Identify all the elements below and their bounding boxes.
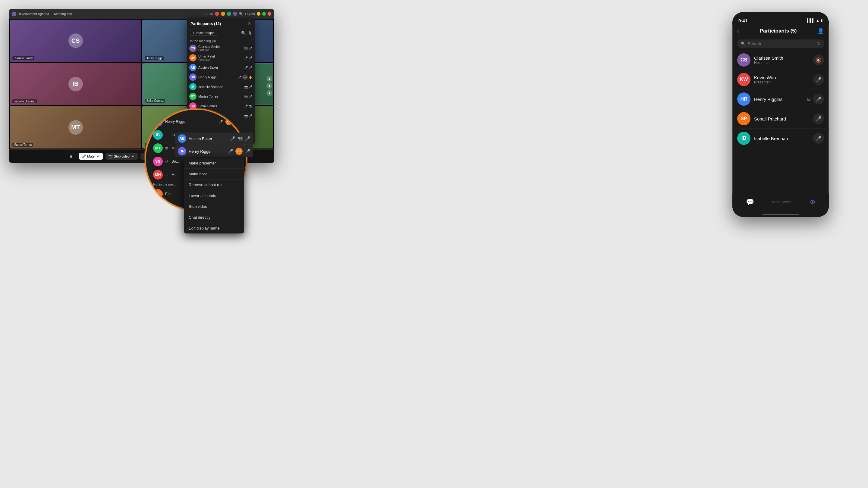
p-video-muted-austen: 🎤 <box>249 66 252 69</box>
zoom-name-henry: Henry Riggs <box>165 120 216 124</box>
label-henry: Henry Riggs <box>145 56 164 60</box>
mobile-name-clarissa: Clarissa Smith <box>754 56 809 61</box>
signal-icon: ▌▌▌ <box>807 19 815 23</box>
mobile-header-title: Participants (5) <box>742 28 814 34</box>
minimize-button[interactable] <box>257 12 260 16</box>
label-isabelle: Isabelle Brennan <box>12 99 37 103</box>
battery-icon: ▮ <box>821 19 823 23</box>
zoom-avatar-sofia: SG <box>153 157 163 166</box>
p-video-muted-umar: 🎤 <box>249 56 252 60</box>
title-bar-controls: 12:40 🔍 Layout <box>205 12 271 16</box>
mobile-mute-control-label: Mute Control <box>772 200 792 204</box>
mobile-info-isabelle: Isabelle Brennan <box>754 136 809 141</box>
p-name-henry: Henry Riggs <box>198 75 236 79</box>
stop-video-button[interactable]: 📷 Stop video ▾ <box>105 153 138 160</box>
mobile-sort-button[interactable]: ⇅ <box>817 41 820 46</box>
p-more-icon-henry[interactable]: ••• <box>242 74 248 80</box>
title-bar: Development Agenda Meeting info 12:40 🔍 … <box>9 9 274 19</box>
mobile-status-icons: ▌▌▌ ▲ ▮ <box>807 19 823 23</box>
ctx-chat-directly[interactable]: Chat directly <box>184 212 244 223</box>
mobile-profile-button[interactable]: 👤 <box>817 28 824 34</box>
mobile-search-input[interactable]: Search <box>748 41 814 46</box>
teams-icon <box>12 12 16 16</box>
ctx-stop-video[interactable]: Stop video <box>184 201 244 212</box>
color-indicator-2 <box>221 12 225 16</box>
ctx-mic-icon-henry: 🎤 <box>228 149 233 154</box>
p-name-umar: Umar Patel <box>198 55 242 58</box>
agenda-tab-label: Development Agenda <box>18 12 49 16</box>
presenter-badge-henry: ⊞ <box>807 97 811 101</box>
ctx-edit-display-name[interactable]: Edit display name <box>184 223 244 233</box>
mobile-status-bar: 9:41 ▌▌▌ ▲ ▮ <box>733 12 829 25</box>
mute-chevron-icon: ▾ <box>96 154 100 158</box>
mobile-mute-clarissa[interactable]: 🔇 <box>813 55 824 65</box>
panel-title: Participants (12) <box>190 22 221 26</box>
meeting-info-label: Meeting info <box>54 12 72 16</box>
participant-row-austen: AB Austen Baker 🎤 🎤 <box>187 63 255 72</box>
participant-row-isabella: IB Isabella Brennan 📷 🎤 <box>187 82 255 92</box>
henry-row: HR Henry Riggs 🎤 ••• 🎤 <box>175 145 253 157</box>
zoom-avatar-marise: MT <box>153 143 163 153</box>
meeting-time: 12:40 <box>205 12 213 16</box>
close-button[interactable] <box>268 12 271 16</box>
mobile-avatar-isabelle: IB <box>737 132 750 145</box>
ctx-more-dots-henry[interactable]: ••• <box>236 148 243 155</box>
p-name-marise: Marise Torres <box>198 95 242 98</box>
video-chevron-icon: ▾ <box>131 154 135 158</box>
color-indicator-3 <box>227 12 231 16</box>
participant-row-marise: MT Marise Torres 📷 🎤 <box>187 92 255 101</box>
mobile-avatar-sonali: SP <box>737 112 750 125</box>
p-role-umar: Presenter <box>198 58 242 61</box>
label-clarissa: Clarissa Smith <box>12 56 34 60</box>
title-tab-meeting[interactable]: Meeting info <box>54 12 72 16</box>
panel-close-button[interactable]: ✕ <box>247 21 251 26</box>
mobile-chat-button[interactable]: 💬 <box>746 198 754 206</box>
ctx-lower-all-hands[interactable]: Lower all hands <box>184 190 244 201</box>
mobile-search-bar[interactable]: 🔍 Search ⇅ <box>737 39 824 48</box>
p-mic-icon-clarissa: 🎤 <box>249 47 252 50</box>
mobile-mute-kevin[interactable]: 🎤 <box>813 74 824 85</box>
ctx-name-henry: Henry Riggs <box>189 149 225 154</box>
mobile-row-isabelle: IB Isabelle Brennan 🎤 <box>733 129 829 148</box>
video-cell-marise[interactable]: MT Marise Torres <box>10 106 141 149</box>
mobile-mute-control-button[interactable]: Mute Control <box>772 200 792 204</box>
search-icon-title[interactable]: 🔍 <box>239 12 243 16</box>
p-video-icon-clarissa: 📷 <box>244 47 248 50</box>
wifi-icon: ▲ <box>816 19 819 23</box>
scroll-down2-button[interactable]: ▼ <box>267 90 273 96</box>
mobile-info-henry-r: Henry Riggins <box>754 97 804 102</box>
scroll-up-button[interactable]: ▲ <box>267 76 273 82</box>
sort-participants-icon[interactable]: ⇅ <box>248 31 252 35</box>
search-participants-icon[interactable]: 🔍 <box>241 31 246 35</box>
mobile-more-button[interactable]: ⊕ <box>810 198 815 206</box>
mobile-header: ‹ Participants (5) 👤 <box>733 25 829 37</box>
zoom-avatar-isa: IB <box>153 130 163 140</box>
mobile-chat-icon: 💬 <box>746 198 754 206</box>
mobile-mute-henry-r[interactable]: 🎤 <box>813 94 824 104</box>
mute-label: Mute <box>87 155 94 158</box>
invite-icon: + <box>193 31 194 35</box>
ctx-make-presenter[interactable]: Make presenter <box>184 158 244 169</box>
video-cell-isabelle[interactable]: IB Isabelle Brennan <box>10 63 141 105</box>
maximize-button[interactable] <box>262 12 266 16</box>
ctx-remove-cohost[interactable]: Remove cohost role <box>184 180 244 190</box>
mobile-avatar-kevin: KW <box>737 73 750 86</box>
mobile-mute-isabelle[interactable]: 🎤 <box>813 133 824 144</box>
scroll-down-button[interactable]: ▼ <box>267 83 273 89</box>
p-avatar-henry: HR <box>189 73 196 81</box>
invite-row: + Invite people 🔍 ⇅ <box>187 28 255 38</box>
mobile-mute-sonali[interactable]: 🎤 <box>813 113 824 124</box>
invite-people-button[interactable]: + Invite people <box>190 30 217 36</box>
p-name-isabella: Isabella Brennan <box>198 85 242 89</box>
mobile-back-button[interactable]: ‹ <box>737 28 739 34</box>
mute-button[interactable]: 🎤 Mute ▾ <box>79 153 103 160</box>
p-name-austen: Austen Baker <box>198 66 242 69</box>
video-cell-clarissa[interactable]: CS Clarissa Smith <box>10 20 141 62</box>
in-meeting-label: In the meeting (8) <box>187 38 255 43</box>
ctx-make-host[interactable]: Make host <box>184 169 244 180</box>
p-name-clarissa: Clarissa Smith <box>198 45 242 48</box>
title-tab-agenda[interactable]: Development Agenda <box>12 12 49 16</box>
mobile-participants-list: CS Clarissa Smith Host, me 🔇 KW Kevin Wo… <box>733 50 829 148</box>
context-menu-overlay: AB Austen Baker 🎤 📷 🎤 HR Henry Riggs 🎤 •… <box>175 133 253 233</box>
view-button[interactable]: ⊞ <box>66 153 76 160</box>
